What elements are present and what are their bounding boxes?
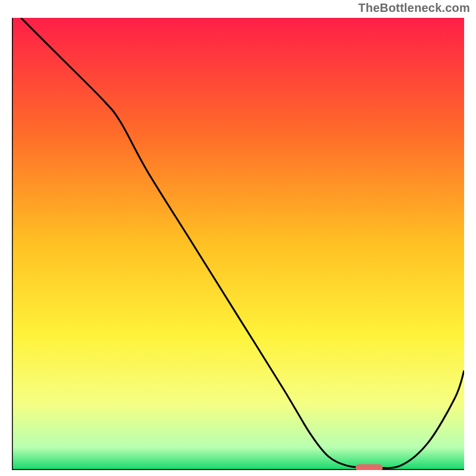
plot-svg [12, 18, 464, 470]
plot-area [12, 18, 464, 470]
chart-container: TheBottleneck.com [0, 0, 476, 476]
watermark-text: TheBottleneck.com [358, 1, 470, 15]
plot-background [12, 18, 464, 470]
optimal-range-marker [356, 464, 383, 470]
